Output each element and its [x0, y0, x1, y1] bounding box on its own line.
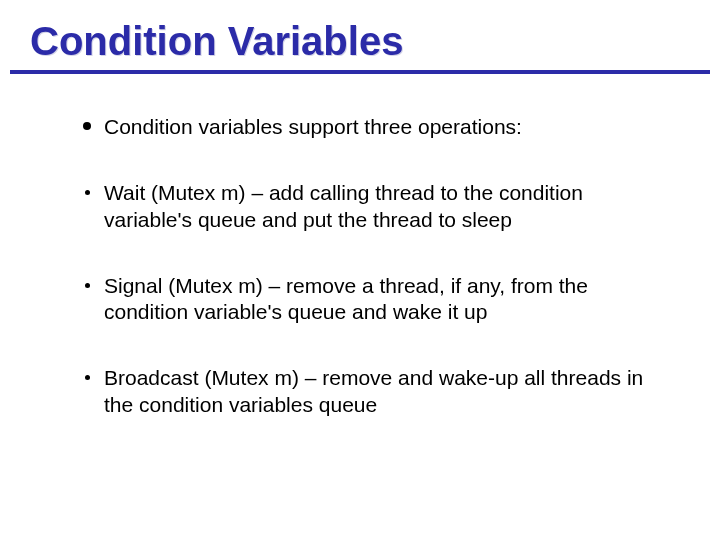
item-text: Condition variables support three operat…: [104, 114, 660, 140]
content-area: Condition variables support three operat…: [0, 74, 720, 418]
item-text: Signal (Mutex m) – remove a thread, if a…: [104, 273, 660, 326]
bullet: [70, 180, 104, 195]
dot-icon: [85, 190, 90, 195]
slide-title: Condition Variables: [30, 20, 690, 62]
list-item: Wait (Mutex m) – add calling thread to t…: [70, 180, 660, 233]
bullet: [70, 365, 104, 380]
list-item: Signal (Mutex m) – remove a thread, if a…: [70, 273, 660, 326]
disc-icon: [83, 122, 91, 130]
item-text: Wait (Mutex m) – add calling thread to t…: [104, 180, 660, 233]
bullet: [70, 114, 104, 130]
dot-icon: [85, 283, 90, 288]
list-item: Broadcast (Mutex m) – remove and wake-up…: [70, 365, 660, 418]
bullet: [70, 273, 104, 288]
slide: Condition Variables Condition variables …: [0, 0, 720, 540]
item-text: Broadcast (Mutex m) – remove and wake-up…: [104, 365, 660, 418]
list-item: Condition variables support three operat…: [70, 114, 660, 140]
title-wrap: Condition Variables: [0, 0, 720, 70]
dot-icon: [85, 375, 90, 380]
